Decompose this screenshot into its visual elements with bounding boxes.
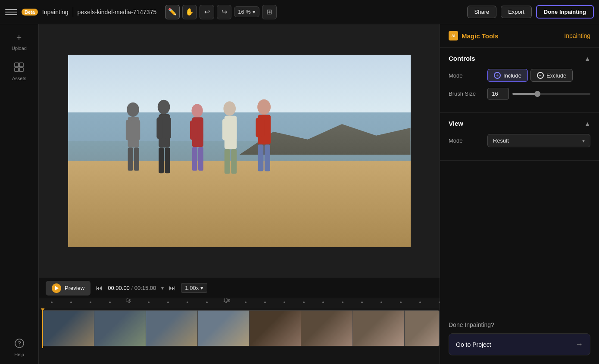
player-controls: Preview ⏮ 00:00.00 / 00:15.00 ▾ ⏭ 1.00x …	[39, 278, 440, 298]
beta-badge: Beta	[22, 9, 38, 16]
svg-point-24	[223, 101, 236, 115]
svg-rect-10	[128, 148, 133, 171]
track-thumbnail-8	[405, 311, 440, 346]
timeline-tracks[interactable]	[39, 308, 440, 364]
redo-button[interactable]: ↪	[217, 5, 231, 19]
people-svg	[102, 87, 359, 193]
sidebar-item-assets[interactable]: Assets	[12, 61, 26, 81]
track-thumbnail-5	[250, 311, 301, 346]
timeline-track-bar[interactable]	[42, 310, 440, 346]
center-area: Preview ⏮ 00:00.00 / 00:15.00 ▾ ⏭ 1.00x …	[39, 24, 440, 364]
time-format-dropdown[interactable]: ▾	[161, 285, 164, 291]
speed-control[interactable]: 1.00x ▾	[181, 283, 207, 293]
include-mode-icon: ＋	[494, 72, 501, 79]
controls-collapse-button[interactable]: ▲	[584, 55, 590, 62]
svg-rect-3	[19, 68, 23, 72]
svg-rect-1	[19, 63, 23, 67]
view-section-header: View ▲	[449, 120, 590, 127]
topbar-divider	[73, 7, 73, 17]
draw-tool-button[interactable]: ✏️	[165, 5, 180, 19]
svg-rect-29	[231, 149, 237, 174]
svg-rect-32	[256, 118, 262, 137]
svg-text:?: ?	[18, 340, 21, 347]
share-button[interactable]: Share	[467, 6, 497, 18]
include-mode-option[interactable]: ＋ Include	[487, 69, 528, 82]
svg-rect-21	[198, 120, 203, 140]
svg-point-30	[257, 100, 271, 115]
svg-rect-16	[159, 148, 164, 174]
track-thumbnail-7	[353, 311, 405, 346]
skip-to-start-button[interactable]: ⏮	[96, 284, 103, 292]
go-to-project-button[interactable]: Go to Project →	[449, 333, 590, 355]
done-inpainting-button[interactable]: Done Inpainting	[536, 5, 594, 19]
upload-label: Upload	[12, 46, 27, 51]
svg-rect-17	[165, 148, 170, 174]
svg-rect-22	[192, 147, 197, 171]
skip-to-end-button[interactable]: ⏭	[169, 284, 176, 292]
fit-to-screen-button[interactable]: ⊞	[262, 5, 277, 19]
pan-tool-button[interactable]: ✋	[182, 5, 197, 19]
magic-tools-text: Magic Tools	[462, 32, 499, 40]
view-section: View ▲ Mode Result ▾	[440, 113, 599, 161]
playhead[interactable]	[42, 310, 43, 348]
track-thumbnail-6	[301, 311, 353, 346]
sidebar-item-help[interactable]: ? Help	[13, 337, 25, 357]
done-section: Done Inpainting? Go to Project →	[440, 313, 599, 364]
view-dropdown-arrow: ▾	[582, 138, 585, 144]
exclude-mode-option[interactable]: − Exclude	[530, 69, 573, 82]
sidebar-item-upload[interactable]: ＋ Upload	[12, 31, 27, 51]
brush-size-slider[interactable]	[512, 93, 590, 95]
svg-point-6	[127, 103, 139, 117]
svg-rect-33	[265, 118, 271, 137]
zoom-control[interactable]: 16 % ▾	[234, 6, 259, 17]
topbar: Beta Inpainting pexels-kindel-media-7147…	[0, 0, 599, 24]
menu-icon[interactable]	[5, 6, 17, 18]
help-label: Help	[14, 352, 24, 357]
time-display: 00:00.00 / 00:15.00	[108, 285, 156, 291]
play-triangle	[55, 286, 59, 290]
svg-rect-15	[165, 117, 171, 139]
filename: pexels-kindel-media-7147375	[78, 9, 157, 16]
left-sidebar: ＋ Upload Assets ? Help	[0, 24, 39, 364]
undo-button[interactable]: ↩	[200, 5, 214, 19]
svg-rect-28	[225, 149, 230, 174]
controls-section: Controls ▲ Mode ＋ Include − Exclude	[440, 48, 599, 113]
preview-label: Preview	[65, 285, 84, 291]
svg-rect-11	[134, 148, 139, 171]
track-thumbnail-2	[94, 311, 146, 346]
video-frame	[68, 55, 411, 247]
upload-icon: ＋	[13, 31, 25, 43]
exclude-mode-label: Exclude	[546, 72, 566, 79]
mode-control-row: Mode ＋ Include − Exclude	[449, 69, 590, 82]
controls-title: Controls	[449, 55, 475, 62]
svg-rect-0	[15, 63, 19, 67]
help-icon: ?	[13, 337, 25, 349]
svg-rect-35	[265, 144, 270, 171]
svg-rect-8	[126, 120, 132, 140]
time-separator: /	[131, 285, 134, 291]
zoom-value: 16 %	[238, 9, 251, 15]
track-thumbnail-3	[146, 311, 198, 346]
main-content: ＋ Upload Assets ? Help	[0, 24, 599, 364]
svg-rect-34	[258, 144, 263, 171]
time-current: 00:00.00	[108, 285, 130, 291]
done-question: Done Inpainting?	[449, 321, 590, 328]
video-canvas[interactable]	[39, 24, 440, 278]
include-mode-label: Include	[503, 72, 521, 79]
right-panel: AI Magic Tools Inpainting Controls ▲ Mod…	[440, 24, 599, 364]
speed-dropdown-icon: ▾	[200, 285, 203, 291]
brush-size-control	[487, 88, 590, 100]
brush-size-input[interactable]	[487, 88, 509, 100]
preview-button[interactable]: Preview	[46, 281, 90, 296]
right-panel-header: AI Magic Tools Inpainting	[440, 24, 599, 48]
svg-rect-20	[190, 120, 196, 140]
slider-handle[interactable]	[534, 91, 540, 97]
view-collapse-button[interactable]: ▲	[584, 120, 590, 127]
export-button[interactable]: Export	[501, 6, 532, 18]
ai-badge: AI	[449, 31, 458, 40]
mode-options: ＋ Include − Exclude	[487, 69, 590, 82]
view-mode-dropdown[interactable]: Result ▾	[487, 134, 590, 147]
svg-rect-2	[15, 68, 19, 72]
assets-label: Assets	[12, 76, 26, 81]
svg-rect-9	[134, 120, 140, 140]
